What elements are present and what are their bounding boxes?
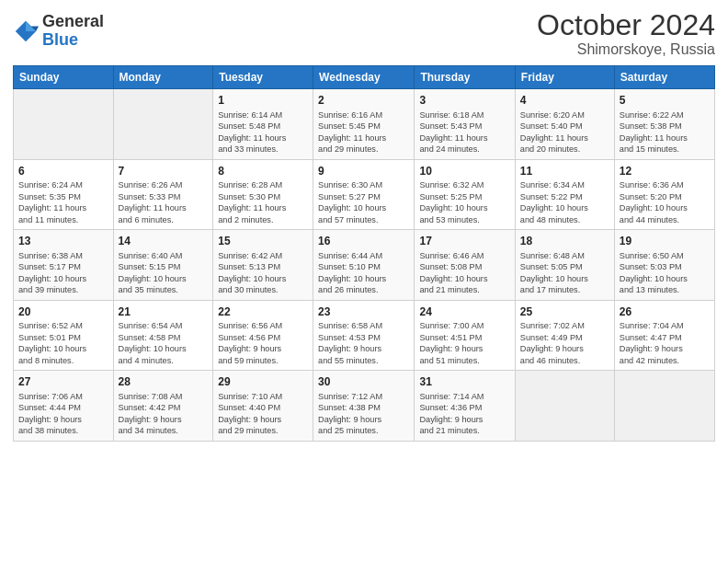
col-monday: Monday xyxy=(113,66,213,89)
day-number: 8 xyxy=(218,164,308,179)
day-info: Sunrise: 7:00 AM Sunset: 4:51 PM Dayligh… xyxy=(419,320,509,366)
day-number: 31 xyxy=(419,374,509,390)
day-info: Sunrise: 6:32 AM Sunset: 5:25 PM Dayligh… xyxy=(419,179,509,225)
day-info: Sunrise: 6:30 AM Sunset: 5:27 PM Dayligh… xyxy=(318,179,409,225)
day-number: 23 xyxy=(318,304,409,320)
logo-icon xyxy=(13,18,39,44)
page-title: October 2024 xyxy=(537,9,715,41)
day-info: Sunrise: 6:36 AM Sunset: 5:20 PM Dayligh… xyxy=(620,179,710,225)
calendar-cell: 3Sunrise: 6:18 AM Sunset: 5:43 PM Daylig… xyxy=(415,89,515,159)
calendar-cell xyxy=(614,371,714,441)
calendar-cell: 11Sunrise: 6:34 AM Sunset: 5:22 PM Dayli… xyxy=(515,159,614,229)
calendar-header: Sunday Monday Tuesday Wednesday Thursday… xyxy=(14,66,715,89)
day-info: Sunrise: 6:40 AM Sunset: 5:15 PM Dayligh… xyxy=(119,250,209,296)
col-tuesday: Tuesday xyxy=(213,66,313,89)
day-number: 20 xyxy=(18,304,108,320)
day-number: 3 xyxy=(419,93,509,109)
calendar-cell xyxy=(113,89,213,159)
day-number: 4 xyxy=(520,93,609,109)
week-row-4: 27Sunrise: 7:06 AM Sunset: 4:44 PM Dayli… xyxy=(14,371,715,441)
day-info: Sunrise: 6:46 AM Sunset: 5:08 PM Dayligh… xyxy=(419,250,509,296)
header: General Blue October 2024 Shimorskoye, R… xyxy=(13,9,715,58)
col-friday: Friday xyxy=(515,66,614,89)
day-number: 30 xyxy=(318,374,409,390)
calendar-cell: 26Sunrise: 7:04 AM Sunset: 4:47 PM Dayli… xyxy=(614,300,714,370)
calendar-body: 1Sunrise: 6:14 AM Sunset: 5:48 PM Daylig… xyxy=(14,89,715,441)
calendar-cell: 14Sunrise: 6:40 AM Sunset: 5:15 PM Dayli… xyxy=(113,230,213,300)
week-row-1: 6Sunrise: 6:24 AM Sunset: 5:35 PM Daylig… xyxy=(14,159,715,229)
day-number: 25 xyxy=(520,304,609,320)
logo-general: General xyxy=(42,13,104,31)
day-info: Sunrise: 7:06 AM Sunset: 4:44 PM Dayligh… xyxy=(18,391,108,437)
day-number: 24 xyxy=(419,304,509,320)
day-number: 18 xyxy=(520,234,609,249)
day-number: 27 xyxy=(18,374,108,390)
day-number: 5 xyxy=(620,93,710,109)
day-info: Sunrise: 6:38 AM Sunset: 5:17 PM Dayligh… xyxy=(18,250,108,296)
logo: General Blue xyxy=(13,13,104,50)
col-thursday: Thursday xyxy=(415,66,515,89)
day-info: Sunrise: 6:56 AM Sunset: 4:56 PM Dayligh… xyxy=(218,320,308,366)
calendar-cell: 1Sunrise: 6:14 AM Sunset: 5:48 PM Daylig… xyxy=(213,89,313,159)
day-info: Sunrise: 6:26 AM Sunset: 5:33 PM Dayligh… xyxy=(119,179,209,225)
day-info: Sunrise: 7:12 AM Sunset: 4:38 PM Dayligh… xyxy=(318,391,409,437)
calendar-cell: 4Sunrise: 6:20 AM Sunset: 5:40 PM Daylig… xyxy=(515,89,614,159)
logo-text: General Blue xyxy=(42,13,104,50)
day-info: Sunrise: 6:54 AM Sunset: 4:58 PM Dayligh… xyxy=(119,320,209,366)
day-info: Sunrise: 6:18 AM Sunset: 5:43 PM Dayligh… xyxy=(419,109,509,155)
day-info: Sunrise: 7:10 AM Sunset: 4:40 PM Dayligh… xyxy=(218,391,308,437)
col-sunday: Sunday xyxy=(14,66,114,89)
day-number: 13 xyxy=(18,234,108,249)
calendar-cell: 13Sunrise: 6:38 AM Sunset: 5:17 PM Dayli… xyxy=(14,230,114,300)
calendar-cell: 12Sunrise: 6:36 AM Sunset: 5:20 PM Dayli… xyxy=(614,159,714,229)
day-info: Sunrise: 6:44 AM Sunset: 5:10 PM Dayligh… xyxy=(318,250,409,296)
day-number: 19 xyxy=(620,234,710,249)
day-info: Sunrise: 7:02 AM Sunset: 4:49 PM Dayligh… xyxy=(520,320,609,366)
day-number: 21 xyxy=(119,304,209,320)
page: General Blue October 2024 Shimorskoye, R… xyxy=(0,0,728,563)
week-row-3: 20Sunrise: 6:52 AM Sunset: 5:01 PM Dayli… xyxy=(14,300,715,370)
calendar-cell: 17Sunrise: 6:46 AM Sunset: 5:08 PM Dayli… xyxy=(415,230,515,300)
calendar-cell: 25Sunrise: 7:02 AM Sunset: 4:49 PM Dayli… xyxy=(515,300,614,370)
day-number: 22 xyxy=(218,304,308,320)
calendar-cell: 16Sunrise: 6:44 AM Sunset: 5:10 PM Dayli… xyxy=(313,230,415,300)
calendar-cell: 5Sunrise: 6:22 AM Sunset: 5:38 PM Daylig… xyxy=(614,89,714,159)
calendar-cell: 19Sunrise: 6:50 AM Sunset: 5:03 PM Dayli… xyxy=(614,230,714,300)
day-info: Sunrise: 6:58 AM Sunset: 4:53 PM Dayligh… xyxy=(318,320,409,366)
day-number: 7 xyxy=(119,164,209,179)
calendar-cell: 27Sunrise: 7:06 AM Sunset: 4:44 PM Dayli… xyxy=(14,371,114,441)
day-number: 11 xyxy=(520,164,609,179)
day-number: 14 xyxy=(119,234,209,249)
page-subtitle: Shimorskoye, Russia xyxy=(537,41,715,58)
calendar-cell: 30Sunrise: 7:12 AM Sunset: 4:38 PM Dayli… xyxy=(313,371,415,441)
day-info: Sunrise: 7:14 AM Sunset: 4:36 PM Dayligh… xyxy=(419,391,509,437)
calendar-cell: 23Sunrise: 6:58 AM Sunset: 4:53 PM Dayli… xyxy=(313,300,415,370)
day-info: Sunrise: 6:24 AM Sunset: 5:35 PM Dayligh… xyxy=(18,179,108,225)
title-block: October 2024 Shimorskoye, Russia xyxy=(537,9,715,58)
day-info: Sunrise: 6:20 AM Sunset: 5:40 PM Dayligh… xyxy=(520,109,609,155)
day-number: 26 xyxy=(620,304,710,320)
col-wednesday: Wednesday xyxy=(313,66,415,89)
calendar-cell: 31Sunrise: 7:14 AM Sunset: 4:36 PM Dayli… xyxy=(415,371,515,441)
day-info: Sunrise: 6:52 AM Sunset: 5:01 PM Dayligh… xyxy=(18,320,108,366)
day-info: Sunrise: 6:50 AM Sunset: 5:03 PM Dayligh… xyxy=(620,250,710,296)
day-info: Sunrise: 6:48 AM Sunset: 5:05 PM Dayligh… xyxy=(520,250,609,296)
day-number: 2 xyxy=(318,93,409,109)
week-row-2: 13Sunrise: 6:38 AM Sunset: 5:17 PM Dayli… xyxy=(14,230,715,300)
day-info: Sunrise: 6:22 AM Sunset: 5:38 PM Dayligh… xyxy=(620,109,710,155)
day-number: 6 xyxy=(18,164,108,179)
header-row: Sunday Monday Tuesday Wednesday Thursday… xyxy=(14,66,715,89)
day-info: Sunrise: 6:16 AM Sunset: 5:45 PM Dayligh… xyxy=(318,109,409,155)
day-number: 17 xyxy=(419,234,509,249)
day-info: Sunrise: 6:28 AM Sunset: 5:30 PM Dayligh… xyxy=(218,179,308,225)
calendar-cell: 21Sunrise: 6:54 AM Sunset: 4:58 PM Dayli… xyxy=(113,300,213,370)
week-row-0: 1Sunrise: 6:14 AM Sunset: 5:48 PM Daylig… xyxy=(14,89,715,159)
calendar-cell: 9Sunrise: 6:30 AM Sunset: 5:27 PM Daylig… xyxy=(313,159,415,229)
day-number: 16 xyxy=(318,234,409,249)
calendar-cell: 6Sunrise: 6:24 AM Sunset: 5:35 PM Daylig… xyxy=(14,159,114,229)
day-number: 10 xyxy=(419,164,509,179)
day-info: Sunrise: 6:14 AM Sunset: 5:48 PM Dayligh… xyxy=(218,109,308,155)
day-number: 28 xyxy=(119,374,209,390)
calendar-cell: 15Sunrise: 6:42 AM Sunset: 5:13 PM Dayli… xyxy=(213,230,313,300)
calendar-cell xyxy=(515,371,614,441)
